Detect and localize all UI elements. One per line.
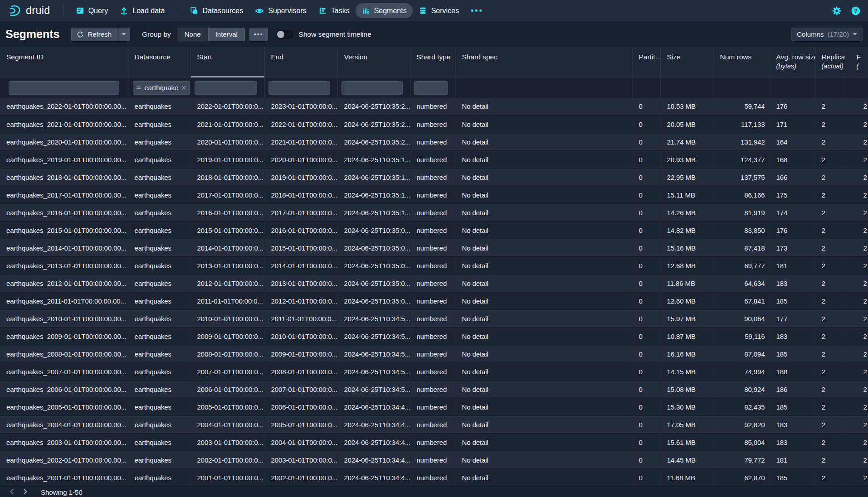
next-page-button[interactable] xyxy=(19,487,32,497)
cell-replicas: 2 xyxy=(815,239,845,257)
table-row[interactable]: earthquakes_2011-01-01T00:00:00.00...ear… xyxy=(0,292,868,310)
cell-partition: 0 xyxy=(632,328,660,345)
refresh-button[interactable]: Refresh xyxy=(71,28,117,41)
filter-chip-remove-icon[interactable]: ✕ xyxy=(181,84,187,92)
cell-start: 2022-01-01T00:00:0... xyxy=(190,98,264,116)
table-row[interactable]: earthquakes_2005-01-01T00:00:00.00...ear… xyxy=(0,398,868,416)
cell-start: 2007-01-01T00:00:0... xyxy=(190,363,264,381)
nav-item-datasources[interactable]: Datasources xyxy=(184,3,249,18)
cell-datasource: earthquakes xyxy=(128,257,190,275)
nav-item-query[interactable]: Query xyxy=(70,3,114,18)
cell-shard_type: numbered xyxy=(410,328,455,345)
table-row[interactable]: earthquakes_2010-01-01T00:00:00.00...ear… xyxy=(0,310,868,328)
cell-avg_row_size: 185 xyxy=(770,469,815,487)
cell-shard_type: numbered xyxy=(410,98,455,116)
table-row[interactable]: earthquakes_2009-01-01T00:00:00.00...ear… xyxy=(0,328,868,345)
refresh-dropdown-button[interactable] xyxy=(117,28,130,41)
cell-shard_type: numbered xyxy=(410,310,455,328)
column-header-num_rows[interactable]: Num rows xyxy=(713,47,770,77)
columns-button[interactable]: Columns (17/20) xyxy=(791,28,863,41)
cell-datasource: earthquakes xyxy=(128,239,190,257)
column-header-end[interactable]: End xyxy=(264,47,337,77)
cell-datasource: earthquakes xyxy=(128,275,190,292)
cell-shard_spec: No detail xyxy=(455,292,632,310)
table-row[interactable]: earthquakes_2012-01-01T00:00:00.00...ear… xyxy=(0,275,868,292)
cell-replication_factor: 2 xyxy=(845,345,868,363)
cell-replication_factor: 2 xyxy=(845,363,868,381)
cell-shard_spec: No detail xyxy=(455,204,632,222)
prev-page-button[interactable] xyxy=(5,487,19,497)
cell-shard_spec: No detail xyxy=(455,186,632,204)
help-icon[interactable]: ? xyxy=(851,6,861,16)
table-row[interactable]: earthquakes_2003-01-01T00:00:00.00...ear… xyxy=(0,434,868,451)
filter-input-version[interactable] xyxy=(341,81,403,95)
filter-input-start[interactable] xyxy=(195,81,257,95)
cell-id: earthquakes_2010-01-01T00:00:00.00... xyxy=(0,310,128,328)
nav-item-label: Supervisors xyxy=(268,7,306,15)
filter-input-shard_type[interactable] xyxy=(414,81,448,95)
table-row[interactable]: earthquakes_2020-01-01T00:00:00.00...ear… xyxy=(0,133,868,151)
cell-replicas: 2 xyxy=(815,469,845,487)
table-row[interactable]: earthquakes_2013-01-01T00:00:00.00...ear… xyxy=(0,257,868,275)
group-by-none-button[interactable]: None xyxy=(177,28,208,41)
cell-size: 11.68 MB xyxy=(660,469,713,487)
cell-shard_type: numbered xyxy=(410,257,455,275)
table-row[interactable]: earthquakes_2001-01-01T00:00:00.00...ear… xyxy=(0,469,868,487)
table-row[interactable]: earthquakes_2007-01-01T00:00:00.00...ear… xyxy=(0,363,868,381)
segment-timeline-label: Show segment timeline xyxy=(299,30,371,39)
column-header-avg_row_size[interactable]: Avg. row size(bytes) xyxy=(770,47,815,77)
table-row[interactable]: earthquakes_2004-01-01T00:00:00.00...ear… xyxy=(0,416,868,434)
column-header-start[interactable]: Start xyxy=(190,47,264,77)
table-row[interactable]: earthquakes_2016-01-01T00:00:00.00...ear… xyxy=(0,204,868,222)
table-row[interactable]: earthquakes_2022-01-01T00:00:00.00...ear… xyxy=(0,98,868,116)
column-header-shard_type[interactable]: Shard type xyxy=(410,47,455,77)
group-by-interval-button[interactable]: Interval xyxy=(208,28,245,41)
nav-item-tasks[interactable]: Tasks xyxy=(312,3,356,18)
table-row[interactable]: earthquakes_2008-01-01T00:00:00.00...ear… xyxy=(0,345,868,363)
cell-end: 2015-01-01T00:00:0... xyxy=(264,239,337,257)
cell-end: 2013-01-01T00:00:0... xyxy=(264,275,337,292)
cell-replication_factor: 2 xyxy=(845,381,868,398)
cell-datasource: earthquakes xyxy=(128,434,190,451)
column-header-datasource[interactable]: Datasource xyxy=(128,47,190,77)
cell-start: 2002-01-01T00:00:0... xyxy=(190,451,264,469)
cell-id: earthquakes_2008-01-01T00:00:00.00... xyxy=(0,345,128,363)
cell-avg_row_size: 188 xyxy=(770,363,815,381)
toolbar-more-button[interactable]: ••• xyxy=(249,28,268,41)
settings-gear-icon[interactable] xyxy=(832,6,842,16)
nav-item-segments[interactable]: Segments xyxy=(356,3,413,18)
pagination-bar: Showing 1-50 xyxy=(0,487,868,497)
filter-input-end[interactable] xyxy=(268,81,330,95)
filter-chip-text: earthquake xyxy=(144,84,178,92)
table-row[interactable]: earthquakes_2002-01-01T00:00:00.00...ear… xyxy=(0,451,868,469)
column-header-version[interactable]: Version xyxy=(337,47,410,77)
druid-logo[interactable]: druid xyxy=(7,4,50,18)
cell-avg_row_size: 183 xyxy=(770,416,815,434)
table-row[interactable]: earthquakes_2019-01-01T00:00:00.00...ear… xyxy=(0,151,868,169)
nav-item-services[interactable]: Services xyxy=(413,3,465,18)
filter-input-id[interactable] xyxy=(9,81,119,95)
table-row[interactable]: earthquakes_2015-01-01T00:00:00.00...ear… xyxy=(0,222,868,239)
table-row[interactable]: earthquakes_2014-01-01T00:00:00.00...ear… xyxy=(0,239,868,257)
column-header-replication_factor[interactable]: F( xyxy=(845,47,868,77)
table-row[interactable]: earthquakes_2021-01-01T00:00:00.00...ear… xyxy=(0,116,868,133)
nav-item-supervisors[interactable]: Supervisors xyxy=(249,3,312,19)
nav-item-load-data[interactable]: Load data xyxy=(114,3,171,18)
cell-num_rows: 69,777 xyxy=(713,257,770,275)
table-row[interactable]: earthquakes_2006-01-01T00:00:00.00...ear… xyxy=(0,381,868,398)
column-header-size[interactable]: Size xyxy=(660,47,713,77)
column-header-shard_spec[interactable]: Shard spec xyxy=(455,47,632,77)
column-header-replicas[interactable]: Replicas(actual) xyxy=(815,47,845,77)
table-row[interactable]: earthquakes_2018-01-01T00:00:00.00...ear… xyxy=(0,169,868,186)
refresh-label: Refresh xyxy=(88,30,112,38)
toolbar: Segments Refresh Group by None Interval … xyxy=(0,21,868,47)
nav-more-button[interactable]: ••• xyxy=(465,3,489,19)
cell-size: 14.15 MB xyxy=(660,363,713,381)
cell-replication_factor: 2 xyxy=(845,204,868,222)
segment-timeline-toggle[interactable] xyxy=(276,30,293,39)
column-header-id[interactable]: Segment ID xyxy=(0,47,128,77)
datasource-filter-chip[interactable]: earthquake✕ xyxy=(133,81,190,95)
column-header-partition[interactable]: Partit... xyxy=(632,47,660,77)
table-row[interactable]: earthquakes_2017-01-01T00:00:00.00...ear… xyxy=(0,186,868,204)
cell-replication_factor: 2 xyxy=(845,328,868,345)
